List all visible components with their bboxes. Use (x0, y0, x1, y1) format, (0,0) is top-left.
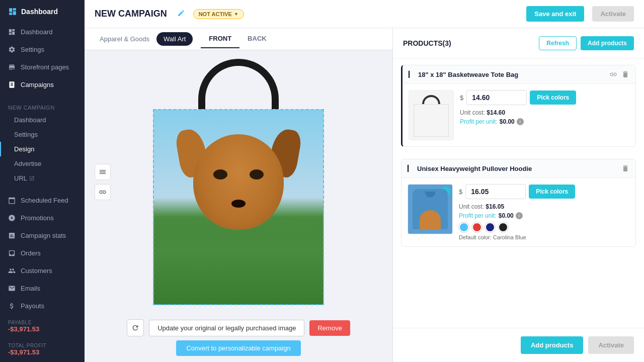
product-card-hoodie: ▎ Unisex Heavyweight Pullover Hoodie (401, 159, 636, 247)
sidebar-item-label: Promotions (21, 214, 54, 222)
color-swatch-blue[interactable] (459, 222, 469, 232)
products-panel: PRODUCTS(3) Refresh Add products ▎ 18" x… (392, 28, 644, 362)
tote-marker: ▎ (409, 71, 413, 78)
design-canvas (85, 50, 392, 313)
update-image-button[interactable]: Update your original or legally purchase… (149, 320, 304, 336)
tote-pick-colors-button[interactable]: Pick colors (530, 90, 576, 105)
product-tote-link-icon[interactable] (609, 70, 617, 78)
product-tote-icons (609, 70, 629, 78)
sidebar-sub-url[interactable]: URL (0, 171, 85, 186)
product-tote-header: ▎ 18" x 18" Basketweave Tote Bag (403, 65, 635, 84)
tote-body[interactable] (153, 109, 324, 305)
color-swatch-black[interactable] (498, 222, 508, 232)
product-hoodie-icons (621, 164, 629, 172)
sidebar-item-label: Orders (21, 249, 41, 257)
tab-back[interactable]: BACK (239, 30, 275, 48)
hoodie-unit-cost: Unit cost: $16.05 (459, 203, 629, 210)
payable-label: PAYABLE (8, 320, 76, 325)
sidebar-item-storefront[interactable]: Storefront pages (0, 58, 85, 76)
tote-thumb-graphic (414, 94, 449, 137)
sidebar-sub-design[interactable]: Design (0, 142, 85, 156)
sidebar-item-label: Campaign stats (21, 232, 66, 239)
tote-price-row: $ Pick colors (460, 90, 629, 105)
sidebar-item-campaign-stats[interactable]: Campaign stats (0, 227, 85, 244)
tote-profit-info-icon[interactable]: i (517, 118, 524, 125)
product-tote-info: $ Pick colors Unit cost: $14.60 Profit p… (460, 90, 629, 125)
design-bottom-bar: Update your original or legally purchase… (85, 313, 392, 362)
refresh-products-button[interactable]: Refresh (539, 36, 577, 50)
product-hoodie-delete-icon[interactable] (621, 164, 629, 172)
color-swatch-red[interactable] (472, 222, 482, 232)
products-actions: Refresh Add products (539, 36, 634, 50)
save-exit-button[interactable]: Save and exit (526, 6, 584, 22)
products-title: PRODUCTS(3) (403, 39, 451, 47)
tab-front[interactable]: FRONT (201, 30, 239, 48)
activate-button-bottom: Activate (588, 336, 634, 354)
edit-campaign-icon[interactable] (177, 9, 185, 19)
add-products-button-top[interactable]: Add products (581, 36, 634, 50)
menu-tool-button[interactable] (95, 164, 111, 180)
sidebar-item-label: Scheduled Feed (21, 197, 68, 204)
product-hoodie-header: ▎ Unisex Heavyweight Pullover Hoodie (401, 159, 635, 178)
sidebar-item-label: Storefront pages (21, 63, 69, 71)
hoodie-price-symbol: $ (459, 188, 462, 196)
product-hoodie-info: $ Pick colors Unit cost: $16.05 Profit p… (459, 184, 629, 240)
products-footer: Add products Activate (393, 328, 644, 362)
product-card-tote: ▎ 18" x 18" Basketweave Tote Bag (401, 65, 636, 147)
total-profit-section: TOTAL PROFIT -$3,971.53 (0, 338, 85, 361)
tote-price-symbol: $ (460, 94, 463, 102)
tote-price-input[interactable] (466, 90, 527, 105)
status-badge[interactable]: NOT ACTIVE (193, 9, 244, 19)
hoodie-profit-value: $0.00 (499, 212, 514, 219)
sidebar-logo-label: Dashboard (21, 8, 58, 16)
hoodie-profit-info-icon[interactable]: i (516, 212, 523, 219)
sidebar-item-customers[interactable]: Customers (0, 262, 85, 280)
color-swatch-navy[interactable] (485, 222, 495, 232)
main-content: NEW CAMPAIGN NOT ACTIVE Save and exit Ac… (85, 0, 644, 362)
sidebar-item-dashboard[interactable]: Dashboard (0, 23, 85, 41)
link-tool-button[interactable] (95, 184, 111, 200)
hoodie-default-color: Default color: Carolina Blue (459, 234, 629, 240)
sidebar-item-promotions[interactable]: Promotions (0, 209, 85, 227)
tab-wall-art[interactable]: Wall Art (156, 32, 193, 46)
products-spacer (393, 253, 644, 328)
tab-apparel[interactable]: Apparel & Goods (93, 32, 156, 46)
product-preview (153, 59, 324, 305)
tote-unit-cost: Unit cost: $14.60 (460, 109, 629, 116)
sidebar-item-settings[interactable]: Settings (0, 41, 85, 58)
hoodie-pick-colors-button[interactable]: Pick colors (529, 185, 575, 199)
sidebar: Dashboard Dashboard Settings Storefront … (0, 0, 85, 362)
sidebar-sub-settings[interactable]: Settings (0, 127, 85, 142)
tote-profit-value: $0.00 (500, 118, 515, 125)
sidebar-item-label: Customers (21, 267, 52, 275)
sidebar-item-label: Payouts (21, 302, 44, 310)
refresh-image-button[interactable] (127, 319, 144, 336)
content-area: Apparel & Goods Wall Art FRONT BACK (85, 28, 644, 362)
hoodie-price-row: $ Pick colors (459, 184, 629, 199)
products-header: PRODUCTS(3) Refresh Add products (393, 28, 644, 59)
tote-profit-label: Profit per unit: (460, 118, 498, 125)
total-profit-label: TOTAL PROFIT (8, 343, 76, 348)
sidebar-sub-advertise[interactable]: Advertise (0, 156, 85, 171)
sidebar-item-scheduled-feed[interactable]: Scheduled Feed (0, 192, 85, 209)
sidebar-sub-dashboard[interactable]: Dashboard (0, 113, 85, 127)
convert-button[interactable]: Convert to personalizable campaign (176, 340, 300, 356)
sidebar-item-payouts[interactable]: Payouts (0, 297, 85, 315)
product-hoodie-thumbnail (408, 184, 453, 234)
product-tote-delete-icon[interactable] (621, 70, 629, 78)
hoodie-profit-row: Profit per unit: $0.00 i (459, 212, 629, 219)
hoodie-color-swatches (459, 222, 629, 232)
sidebar-item-emails[interactable]: Emails (0, 280, 85, 297)
product-hoodie-body: $ Pick colors Unit cost: $16.05 Profit p… (401, 178, 635, 246)
add-products-button-bottom[interactable]: Add products (521, 336, 584, 354)
convert-row: Convert to personalizable campaign (176, 340, 300, 356)
remove-button[interactable]: Remove (309, 320, 350, 336)
sidebar-logo[interactable]: Dashboard (0, 0, 85, 23)
activate-button-top: Activate (592, 6, 634, 22)
sidebar-item-orders[interactable]: Orders (0, 244, 85, 262)
sidebar-item-campaigns[interactable]: Campaigns (0, 76, 85, 94)
campaign-title: NEW CAMPAIGN (95, 9, 167, 19)
hoodie-price-input[interactable] (465, 184, 526, 199)
toolbar-left (95, 164, 111, 200)
product-tote-thumbnail (409, 90, 454, 140)
